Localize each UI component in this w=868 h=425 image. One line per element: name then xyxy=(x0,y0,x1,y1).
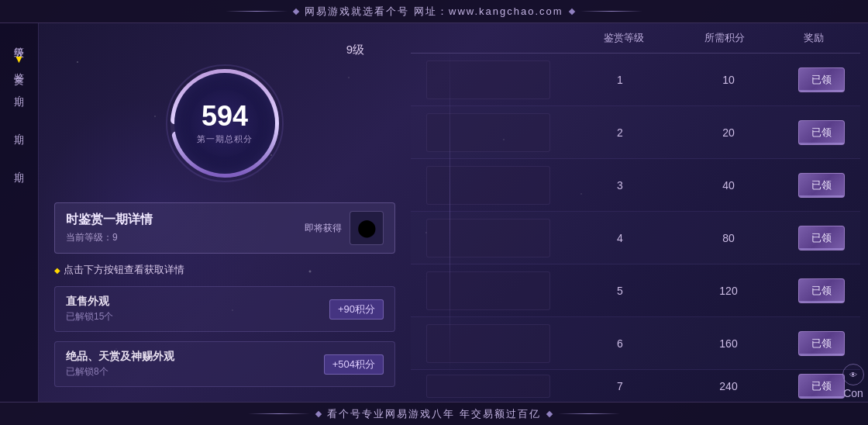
top-banner: 网易游戏就选看个号 网址：www.kangchao.com xyxy=(0,0,868,23)
reward-placeholder-6 xyxy=(426,324,550,363)
td-level-5: 5 xyxy=(566,277,674,305)
td-points-5: 120 xyxy=(674,277,783,305)
detail-icon-symbol: ⬤ xyxy=(357,218,377,238)
reward-placeholder-5 xyxy=(426,271,550,310)
banner-diamond-right xyxy=(568,8,574,14)
claim-button-6[interactable]: 已领 xyxy=(798,331,845,356)
banner-diamond-left xyxy=(293,8,299,14)
table-body: 1 10 已领 2 20 已领 xyxy=(411,54,860,402)
td-level-2: 2 xyxy=(566,119,674,147)
circle-wrapper: 594 第一期总积分 xyxy=(163,61,287,185)
detail-card-title: 时鉴赏一期详情 xyxy=(66,212,297,228)
score-item-direct-title: 直售外观 xyxy=(66,295,113,309)
table-row: 3 40 已领 xyxy=(411,159,860,212)
td-icon-4 xyxy=(411,215,566,261)
score-item-premium-title: 绝品、天赏及神赐外观 xyxy=(66,350,174,364)
table-row: 1 10 已领 xyxy=(411,54,860,106)
td-level-7: 7 xyxy=(566,372,674,400)
score-item-direct[interactable]: 直售外观 已解锁15个 +90积分 xyxy=(54,286,395,332)
table-row: 4 80 已领 xyxy=(411,212,860,264)
sidebar-label-period3: 期· xyxy=(12,164,26,179)
circle-inner: 594 第一期总积分 xyxy=(174,73,275,174)
td-icon-3 xyxy=(411,162,566,209)
banner-line-right xyxy=(580,11,642,12)
eye-icon: 👁 xyxy=(849,371,857,379)
table-divider xyxy=(450,47,450,378)
claim-button-4[interactable]: 已领 xyxy=(798,226,845,251)
left-panel: 9级 xyxy=(39,23,411,402)
sidebar-label-reward: 鉴赏 xyxy=(12,65,26,68)
td-btn-5: 已领 xyxy=(783,275,860,307)
watermark-circle-icon: 👁 xyxy=(842,364,864,385)
th-reward: 奖励 xyxy=(775,27,852,49)
con-watermark: 👁 Con xyxy=(842,364,864,399)
claim-button-3[interactable]: 已领 xyxy=(798,173,845,198)
score-item-premium[interactable]: 绝品、天赏及神赐外观 已解锁8个 +504积分 xyxy=(54,341,395,387)
right-panel: 鉴赏等级 所需积分 奖励 1 10 已领 2 xyxy=(411,23,868,402)
score-circle-container: 9级 xyxy=(54,35,395,193)
main-content: 9级 xyxy=(39,23,868,402)
claim-button-1[interactable]: 已领 xyxy=(798,67,845,92)
reward-placeholder-4 xyxy=(426,219,550,257)
detail-card-middle: 即将获得 xyxy=(305,222,342,235)
score-item-direct-sub: 已解锁15个 xyxy=(66,310,113,323)
detail-card-icon: ⬤ xyxy=(350,211,384,245)
sidebar-label-period1: 期· xyxy=(12,88,26,103)
bottom-banner-diamond-left xyxy=(315,410,322,416)
td-icon-5 xyxy=(411,268,566,314)
td-btn-3: 已领 xyxy=(783,169,860,202)
td-level-4: 4 xyxy=(566,224,674,252)
table-row: 2 20 已领 xyxy=(411,106,860,159)
td-icon-6 xyxy=(411,320,566,367)
table-header: 鉴赏等级 所需积分 奖励 xyxy=(411,23,860,54)
td-level-6: 6 xyxy=(566,330,674,358)
td-level-3: 3 xyxy=(566,171,674,199)
td-points-3: 40 xyxy=(674,171,783,199)
claim-button-5[interactable]: 已领 xyxy=(798,278,845,303)
score-item-premium-left: 绝品、天赏及神赐外观 已解锁8个 xyxy=(66,350,174,378)
hint-label: 点击下方按钮查看获取详情 xyxy=(64,263,184,277)
detail-card-left: 时鉴赏一期详情 当前等级：9 xyxy=(66,212,297,244)
score-item-direct-badge: +90积分 xyxy=(329,299,384,320)
reward-placeholder-7 xyxy=(426,375,550,398)
table-row: 5 120 已领 xyxy=(411,264,860,317)
bottom-banner-text: 看个号专业网易游戏八年 年交易额过百亿 xyxy=(327,407,541,421)
reward-placeholder-1 xyxy=(426,60,550,99)
top-banner-text: 网易游戏就选看个号 网址：www.kangchao.com xyxy=(305,5,563,19)
th-points: 所需积分 xyxy=(674,27,775,49)
detail-card-subtitle: 当前等级：9 xyxy=(66,231,297,244)
detail-card[interactable]: 时鉴赏一期详情 当前等级：9 即将获得 ⬤ xyxy=(54,202,395,254)
banner-line-left xyxy=(226,11,288,12)
td-btn-1: 已领 xyxy=(783,64,860,96)
td-btn-2: 已领 xyxy=(783,116,860,149)
score-item-premium-badge: +504积分 xyxy=(324,354,384,375)
td-points-4: 80 xyxy=(674,224,783,252)
reward-placeholder-3 xyxy=(426,166,550,205)
score-item-premium-sub: 已解锁8个 xyxy=(66,365,174,378)
bottom-banner-line-right xyxy=(558,413,620,414)
sidebar-label-level: 等级 xyxy=(12,39,26,42)
banner-decoration: 网易游戏就选看个号 网址：www.kangchao.com xyxy=(226,5,642,19)
td-btn-4: 已领 xyxy=(783,222,860,254)
table-row: 7 240 已领 xyxy=(411,370,860,402)
bottom-banner-line-left xyxy=(248,413,310,414)
sidebar-label-period2: 期· xyxy=(12,126,26,141)
td-icon-7 xyxy=(411,371,566,402)
claim-button-7[interactable]: 已领 xyxy=(798,374,845,399)
hint-text: ◆ 点击下方按钮查看获取详情 xyxy=(54,263,395,277)
bottom-banner: 看个号专业网易游戏八年 年交易额过百亿 xyxy=(0,402,868,425)
td-btn-6: 已领 xyxy=(783,327,860,360)
hint-diamond-icon: ◆ xyxy=(54,266,60,275)
level-text: 9级 xyxy=(346,43,364,57)
score-item-direct-left: 直售外观 已解锁15个 xyxy=(66,295,113,323)
bottom-banner-decoration: 看个号专业网易游戏八年 年交易额过百亿 xyxy=(248,407,620,421)
sidebar-arrow-icon: ▼ xyxy=(14,53,25,65)
con-label: Con xyxy=(843,387,863,399)
td-points-1: 10 xyxy=(674,66,783,94)
td-points-6: 160 xyxy=(674,330,783,358)
td-points-7: 240 xyxy=(674,372,783,400)
td-points-2: 20 xyxy=(674,119,783,147)
claim-button-2[interactable]: 已领 xyxy=(798,120,845,145)
th-level: 鉴赏等级 xyxy=(574,27,674,49)
bottom-banner-diamond-right xyxy=(546,410,553,416)
